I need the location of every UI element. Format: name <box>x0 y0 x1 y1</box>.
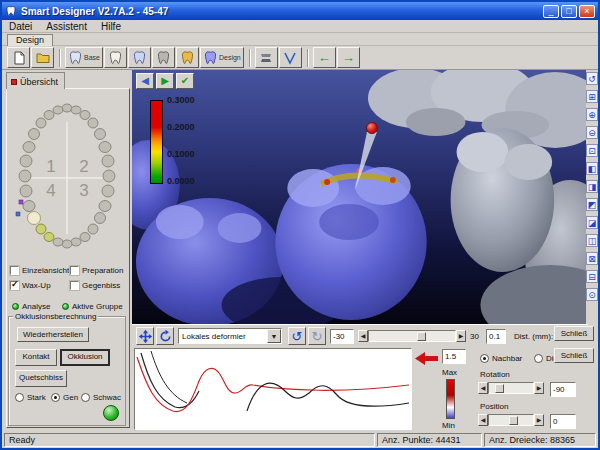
tooth-marker[interactable] <box>62 240 72 248</box>
tooth-marker-selected[interactable] <box>28 212 41 225</box>
position-value-box[interactable]: 0 <box>550 414 576 429</box>
measure-tool-button[interactable] <box>279 47 302 68</box>
base-model-button[interactable]: Base <box>65 47 103 68</box>
checkbox-box[interactable]: ✓ <box>10 281 19 290</box>
position-slider[interactable]: ◀ ▶ <box>478 413 544 427</box>
tooth-marker[interactable] <box>102 155 114 167</box>
rotate-tool-button[interactable] <box>156 327 174 345</box>
close-panel-button-2[interactable]: Schließ <box>554 348 594 363</box>
zoom-in-icon[interactable]: ⊕ <box>586 108 598 121</box>
waxup-tooth-button[interactable] <box>104 47 127 68</box>
close-panel-button-1[interactable]: Schließ <box>554 326 594 341</box>
dental-arch-diagram[interactable]: 1 2 4 3 <box>10 92 124 260</box>
tooth-marker[interactable] <box>103 170 115 182</box>
tooth-marker[interactable] <box>20 185 32 197</box>
preparation-tooth-button[interactable] <box>128 47 151 68</box>
tooth-marker[interactable] <box>23 201 35 212</box>
slider-track[interactable] <box>488 382 534 394</box>
tooth-marker[interactable] <box>29 129 40 140</box>
slider-thumb[interactable] <box>495 384 504 393</box>
rotate-view-icon[interactable]: ↺ <box>586 72 598 85</box>
rotation-value-box[interactable]: -90 <box>550 382 576 397</box>
view-settings-icon[interactable]: ⊙ <box>586 288 598 301</box>
view-right-icon[interactable]: ◪ <box>586 216 598 229</box>
view-iso-icon[interactable]: ⊠ <box>586 252 598 265</box>
design-tool-button[interactable]: Design <box>200 47 244 68</box>
zoom-fit-icon[interactable]: ⊡ <box>586 144 598 157</box>
tooth-marker[interactable] <box>99 142 111 153</box>
open-project-button[interactable] <box>31 47 54 68</box>
tooth-marker[interactable] <box>80 111 90 120</box>
model-3d-canvas[interactable] <box>132 70 586 324</box>
tooth-marker[interactable] <box>44 111 54 120</box>
redo-button[interactable]: ↻ <box>308 327 326 345</box>
tooth-marker[interactable] <box>71 106 81 114</box>
slider-track[interactable] <box>368 330 456 342</box>
tooth-marker[interactable] <box>102 185 114 197</box>
pan-view-icon[interactable]: ⊞ <box>586 90 598 103</box>
title-bar[interactable]: Smart Designer V2.7A.2 - 45-47 _ □ × <box>2 2 598 20</box>
tooth-marker[interactable] <box>95 129 106 140</box>
articulator-button[interactable] <box>255 47 278 68</box>
tooth-marker[interactable] <box>80 233 90 242</box>
tooth-marker[interactable] <box>53 238 63 246</box>
undo-button[interactable]: ↺ <box>288 327 306 345</box>
zoom-out-icon[interactable]: ⊖ <box>586 126 598 139</box>
tooth-marker[interactable] <box>88 118 98 128</box>
radio-schwac[interactable]: Schwac <box>81 393 121 402</box>
tab-design[interactable]: Design <box>7 34 53 46</box>
slider-thumb[interactable] <box>509 416 518 425</box>
view-front-icon[interactable]: ◧ <box>586 162 598 175</box>
tooth-marker[interactable] <box>23 142 35 153</box>
threshold-value-box[interactable]: 1.5 <box>442 349 466 364</box>
checkbox-box[interactable] <box>10 266 19 275</box>
menu-hilfe[interactable]: Hilfe <box>94 20 128 33</box>
radio-circle[interactable] <box>51 393 60 402</box>
measurement-sphere[interactable] <box>366 123 377 134</box>
tooth-marker[interactable] <box>53 106 63 114</box>
nav-confirm-button[interactable]: ✔ <box>176 73 194 89</box>
view-left-icon[interactable]: ◩ <box>586 198 598 211</box>
checkbox-box[interactable] <box>70 266 79 275</box>
menu-assistent[interactable]: Assistent <box>39 20 94 33</box>
checkbox-einzelansicht[interactable]: Einzelansicht <box>10 266 69 275</box>
radio-gen[interactable]: Gen <box>51 393 78 402</box>
tooth-marker[interactable] <box>62 104 72 112</box>
checkbox-box[interactable] <box>70 281 79 290</box>
tooth-marker[interactable] <box>95 213 106 224</box>
rotation-slider[interactable]: ◀ ▶ <box>478 381 544 395</box>
checkbox-waxup[interactable]: ✓Wax-Up <box>10 281 51 290</box>
range-min-value[interactable]: -30 <box>330 329 354 344</box>
slider-left-arrow-icon[interactable]: ◀ <box>478 414 488 426</box>
tooth-marker[interactable] <box>99 201 111 212</box>
slider-right-arrow-icon[interactable]: ▶ <box>534 382 544 394</box>
tooth-marker[interactable] <box>88 224 98 234</box>
deform-range-slider[interactable]: ◀ ▶ <box>358 329 466 343</box>
minimize-button[interactable]: _ <box>543 5 559 18</box>
antagonist-tooth-button[interactable] <box>152 47 175 68</box>
slider-right-arrow-icon[interactable]: ▶ <box>456 330 466 342</box>
close-button[interactable]: × <box>579 5 595 18</box>
tooth-marker[interactable] <box>36 118 46 128</box>
step-value-box[interactable]: 0.1 <box>486 329 506 344</box>
deform-mode-dropdown[interactable]: Lokales deformier ▼ <box>178 328 282 344</box>
slider-right-arrow-icon[interactable]: ▶ <box>534 414 544 426</box>
apply-green-button[interactable] <box>103 405 119 421</box>
clip-plane-icon[interactable]: ⊟ <box>586 270 598 283</box>
tooth-marker[interactable] <box>19 170 31 182</box>
radio-circle[interactable] <box>480 354 489 363</box>
model-3d-view[interactable]: ◀ ▶ ✔ 0.3000 0.2000 0.1000 0.0000 <box>132 70 586 324</box>
tab-uebersicht[interactable]: Übersicht <box>6 72 65 89</box>
tooth-marker-selected[interactable] <box>44 233 54 242</box>
new-document-button[interactable] <box>7 47 30 68</box>
menu-datei[interactable]: Datei <box>2 20 39 33</box>
radio-circle[interactable] <box>15 393 24 402</box>
move-tool-button[interactable] <box>136 327 154 345</box>
radio-stark[interactable]: Stark <box>15 393 46 402</box>
restore-button[interactable]: Wiederherstellen <box>17 327 89 342</box>
nav-next-button[interactable]: ▶ <box>156 73 174 89</box>
checkbox-gegenbiss[interactable]: Gegenbiss <box>70 281 120 290</box>
tooth-marker[interactable] <box>71 238 81 246</box>
kontakt-button[interactable]: Kontakt <box>15 349 57 366</box>
dropdown-arrow-icon[interactable]: ▼ <box>267 329 281 343</box>
